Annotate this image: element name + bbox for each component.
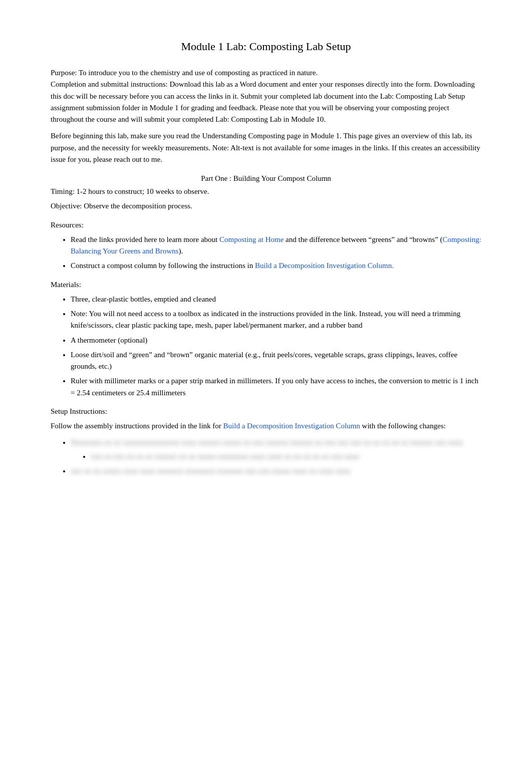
page-container: Module 1 Lab: Composting Lab Setup Purpo… [51,0,481,524]
blurred-item-1: Xxxxxxxx xx xx xxxxxxxxxxxxxxx xxxx xxxx… [71,437,481,462]
resource-2-pre: Construct a compost column by following … [71,262,255,270]
resource-1-pre: Read the links provided here to learn mo… [71,235,219,243]
purpose-paragraph: Purpose: To introduce you to the chemist… [51,67,481,125]
resource-item-1: Read the links provided here to learn mo… [71,234,481,257]
blurred-item-2: xxx xx xx xxxxx xxxx xxxx xxxxxxx xxxxxx… [71,465,481,477]
resources-list: Read the links provided here to learn mo… [71,234,481,272]
material-item-5: Ruler with millimeter marks or a paper s… [71,375,481,399]
material-item-4: Loose dirt/soil and “green” and “brown” … [71,349,481,373]
build-decomposition-link-2[interactable]: Build a Decomposition Investigation Colu… [223,422,360,430]
blurred-sub-item-1: xxx xx xxx xx xx xx xxxxxx xx xx xxxxx x… [91,451,481,462]
completion-label: Completion and submittal instructions: [51,80,168,88]
resource-1-post: ). [178,247,183,255]
build-decomposition-link-1[interactable]: Build a Decomposition Investigation Colu… [255,262,394,270]
setup-label: Setup Instructions: [51,406,481,417]
material-item-3: A thermometer (optional) [71,335,481,346]
blurred-text-1: Xxxxxxxx xx xx xxxxxxxxxxxxxxx xxxx xxxx… [71,438,463,446]
follow-pre: Follow the assembly instructions provide… [51,422,223,430]
part-one-heading: Part One : Building Your Compost Column [51,174,481,183]
resources-label: Resources: [51,219,481,231]
resource-1-mid: and the difference between “greens” and … [284,235,442,243]
follow-paragraph: Follow the assembly instructions provide… [51,420,481,432]
composting-at-home-link[interactable]: Composting at Home [219,235,284,243]
materials-label: Materials: [51,279,481,291]
setup-section: Setup Instructions: Follow the assembly … [51,406,481,477]
purpose-text: To introduce you to the chemistry and us… [77,69,318,77]
before-text: Before beginning this lab, make sure you… [51,130,481,165]
follow-post: with the following changes: [360,422,446,430]
material-item-1: Three, clear-plastic bottles, emptied an… [71,294,481,305]
material-item-2: Note: You will not need access to a tool… [71,308,481,332]
timing-text: Timing: 1-2 hours to construct; 10 weeks… [51,186,481,197]
page-title: Module 1 Lab: Composting Lab Setup [51,40,481,53]
materials-list: Three, clear-plastic bottles, emptied an… [71,294,481,399]
objective-text: Objective: Observe the decomposition pro… [51,200,481,212]
resource-item-2: Construct a compost column by following … [71,260,481,272]
blurred-sub-list: xxx xx xxx xx xx xx xxxxxx xx xx xxxxx x… [91,451,481,462]
purpose-label: Purpose: [51,69,77,77]
blurred-text-2: xxx xx xx xxxxx xxxx xxxx xxxxxxx xxxxxx… [71,467,351,475]
blurred-list: Xxxxxxxx xx xx xxxxxxxxxxxxxxx xxxx xxxx… [71,437,481,477]
blurred-sub-text-1: xxx xx xxx xx xx xx xxxxxx xx xx xxxxx x… [91,452,359,460]
blurred-content: Xxxxxxxx xx xx xxxxxxxxxxxxxxx xxxx xxxx… [71,437,481,477]
